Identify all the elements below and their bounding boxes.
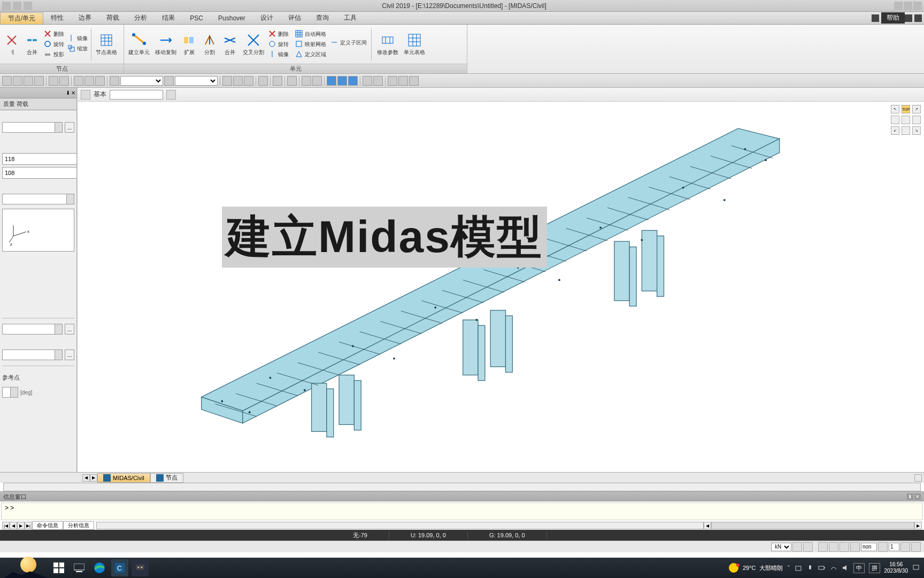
rbtn-extend[interactable]: 扩展 <box>180 32 199 57</box>
rbtn-scale[interactable]: 缩放 <box>66 44 89 54</box>
rbtn-map-mesh[interactable]: 映射网格 <box>294 40 327 49</box>
left-combo-5[interactable] <box>2 387 18 398</box>
menu-tab-tools[interactable]: 工具 <box>336 12 364 24</box>
rbtn-mirror-elem[interactable]: 镜像 <box>267 50 290 59</box>
viewport-canvas[interactable]: ↖ TOP ↗ ↙ ↘ <box>78 102 924 472</box>
tool-icon-8[interactable] <box>84 76 94 86</box>
s2-field-2[interactable] <box>889 543 899 551</box>
tool-icon-16[interactable] <box>273 76 282 86</box>
s2-icon-5[interactable] <box>840 542 849 552</box>
msg-tab-cmd[interactable]: 命令信息 <box>32 521 63 530</box>
s2-icon-2[interactable] <box>803 542 813 552</box>
left-tab[interactable]: 质量 荷载 <box>0 98 76 110</box>
s2-icon-1[interactable] <box>792 542 802 552</box>
left-input-2[interactable] <box>2 167 76 179</box>
ime-lang[interactable]: 中 <box>853 563 865 573</box>
menu-tab-pushover[interactable]: Pushover <box>211 13 253 23</box>
qat-icon-1[interactable] <box>13 2 21 10</box>
rbtn-project[interactable]: 投影 <box>43 50 65 59</box>
tool-icon-1[interactable] <box>2 76 12 86</box>
tool-icon-15[interactable] <box>258 76 268 86</box>
menu-tab-psc[interactable]: PSC <box>182 13 211 23</box>
ime-mode[interactable]: 拼 <box>869 563 880 573</box>
tool-icon-9[interactable] <box>95 76 105 86</box>
rbtn-delete[interactable]: 删除 <box>43 29 65 39</box>
menu-tab-analysis[interactable]: 分析 <box>127 12 155 24</box>
notification-icon[interactable] <box>912 564 920 572</box>
s2-icon-6[interactable] <box>850 542 860 552</box>
nav-w[interactable] <box>891 116 899 124</box>
taskview-button[interactable] <box>71 559 88 576</box>
s2-icon-8[interactable] <box>900 542 910 552</box>
weather-widget[interactable]: 29°C 大部晴朗 <box>729 563 783 573</box>
clock[interactable]: 16:56 2023/8/30 <box>884 561 908 574</box>
start-button[interactable] <box>50 559 67 576</box>
msg-close-icon[interactable]: ✕ <box>914 493 921 500</box>
left-more-4[interactable]: ... <box>65 324 74 334</box>
mic-icon[interactable] <box>806 564 814 572</box>
left-combo-1[interactable] <box>2 122 63 133</box>
lock-icon-2[interactable] <box>409 76 419 86</box>
tool-icon-n1[interactable] <box>363 76 372 86</box>
tool-icon-17[interactable] <box>287 76 297 86</box>
tool-icon-n2[interactable] <box>373 76 383 86</box>
bottom-tab-node[interactable]: 节点 <box>150 473 183 483</box>
help-button[interactable]: 帮助 <box>881 12 905 24</box>
midas-app[interactable]: C <box>111 559 128 576</box>
rbtn-split[interactable]: 分割 <box>200 32 219 57</box>
left-combo-4[interactable] <box>2 349 63 360</box>
tool-icon-18[interactable] <box>302 76 311 86</box>
rbtn-intersect[interactable]: 交叉分割 <box>241 32 266 57</box>
rbtn-auto-mesh[interactable]: 自动网格 <box>294 29 327 39</box>
nav-top[interactable]: TOP <box>902 105 910 113</box>
s2-icon-4[interactable] <box>829 542 838 552</box>
nav-ne[interactable]: ↗ <box>912 105 921 113</box>
nav-s[interactable] <box>902 126 910 135</box>
rbtn-mirror[interactable]: 镜像 <box>66 34 89 43</box>
menu-tab-boundary[interactable]: 边界 <box>71 12 99 24</box>
msg-scroll[interactable] <box>96 522 704 529</box>
tool-icon-10[interactable] <box>110 76 119 86</box>
rbtn-rotate[interactable]: 旋转 <box>43 40 65 49</box>
mdi-min-icon[interactable] <box>905 14 912 22</box>
msg-nav-last[interactable]: ▶| <box>25 522 32 529</box>
nav-nw[interactable]: ↖ <box>891 105 899 113</box>
volume-icon[interactable] <box>842 564 849 572</box>
msg-nav-first[interactable]: |◀ <box>2 522 10 529</box>
tool-icon-12[interactable] <box>222 76 232 86</box>
unit-select[interactable]: kN <box>771 543 791 551</box>
left-combo-3[interactable] <box>2 324 63 334</box>
nav-e[interactable] <box>912 116 921 124</box>
menu-tab-load[interactable]: 荷载 <box>99 12 127 24</box>
tool-icon-7[interactable] <box>74 76 83 86</box>
edge-app[interactable] <box>91 559 108 576</box>
left-more-5[interactable]: ... <box>65 349 74 360</box>
msg-scroll-l[interactable]: ◀ <box>704 522 711 529</box>
maximize-icon[interactable] <box>904 2 912 10</box>
tool-icon-blue-3[interactable] <box>348 76 358 86</box>
vp-combo[interactable] <box>110 90 163 100</box>
tool-icon-14[interactable] <box>244 76 253 86</box>
rbtn-delete-elem[interactable]: 删除 <box>267 29 290 39</box>
rbtn-rotate-elem[interactable]: 旋转 <box>267 40 290 49</box>
nav-first-icon[interactable]: ◀ <box>82 474 90 482</box>
s2-icon-7[interactable] <box>878 542 888 552</box>
tool-icon-6[interactable] <box>59 76 69 86</box>
menu-tab-properties[interactable]: 特性 <box>43 12 71 24</box>
close-icon[interactable] <box>913 2 922 10</box>
panel-close-icon[interactable]: ✕ <box>71 90 75 96</box>
message-body[interactable]: > > <box>1 503 923 520</box>
msg-tab-analysis[interactable]: 分析信息 <box>63 521 94 530</box>
viewport[interactable]: 基本 <box>77 88 924 472</box>
s2-icon-3[interactable] <box>818 542 828 552</box>
tool-icon-13[interactable] <box>233 76 243 86</box>
h-scrollbar[interactable] <box>3 483 921 491</box>
tray-chevron-icon[interactable]: ˄ <box>787 565 790 572</box>
msg-pin-icon[interactable]: ⬇ <box>907 493 913 500</box>
s2-field-1[interactable] <box>861 543 877 551</box>
tool-combo-1[interactable] <box>120 76 163 86</box>
qat-icon-2[interactable] <box>24 2 32 10</box>
msg-scroll-2[interactable] <box>711 522 914 529</box>
tool-icon-2[interactable] <box>13 76 22 86</box>
nav-sw[interactable]: ↙ <box>891 126 899 135</box>
